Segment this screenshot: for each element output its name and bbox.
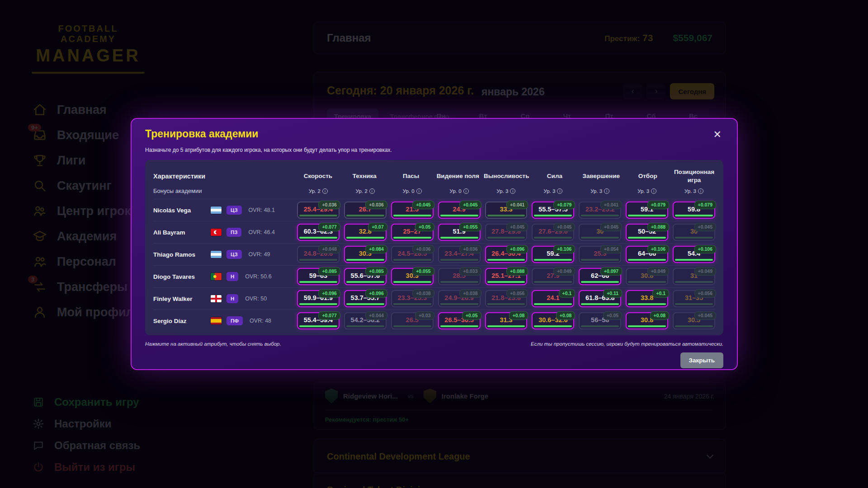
info-icon[interactable]: i [369, 188, 375, 194]
player-ovr: OVR: 50.6 [245, 273, 271, 280]
attribute-cell[interactable]: 30.3+0.055 [391, 268, 434, 285]
info-icon[interactable]: i [604, 188, 609, 194]
attribute-cell[interactable]: 51.9+0.055 [438, 224, 481, 241]
attribute-cell[interactable]: 25.1–27.1+0.088 [485, 268, 528, 285]
attribute-cell[interactable]: 25.3+0.054 [579, 246, 621, 263]
attribute-cell[interactable]: 56–58+0.05 [579, 312, 621, 329]
attribute-cell[interactable]: 55.5–57.5+0.079 [532, 202, 574, 219]
attribute-cell[interactable]: 31–35+0.056 [673, 290, 715, 307]
progress-bar [299, 237, 337, 239]
attribute-cell[interactable]: 33.8+0.1 [626, 290, 668, 307]
attribute-cell[interactable]: 23.4–27.4+0.036 [438, 246, 481, 263]
info-icon[interactable]: i [322, 188, 328, 194]
bonus-badge: +0.096 [318, 289, 340, 298]
attribute-cell[interactable]: 21.8–23.8+0.056 [485, 290, 528, 307]
attribute-cell[interactable]: 27.6–29.6+0.045 [532, 224, 574, 241]
progress-bar [346, 303, 384, 305]
modal-title: Тренировка академии [145, 128, 258, 140]
progress-bar [393, 281, 431, 283]
attribute-cell[interactable]: 24.9–26.9+0.038 [438, 290, 481, 307]
player-info: Nicolás VegaЦЗOVR: 48.1 [153, 206, 292, 215]
info-icon[interactable]: i [463, 188, 469, 194]
attribute-cell[interactable]: 26.5–30.5+0.05 [438, 312, 481, 329]
bonus-badge: +0.036 [412, 245, 434, 253]
progress-bar [440, 259, 478, 261]
progress-bar [628, 303, 666, 305]
progress-bar [675, 215, 713, 216]
bonus-badge: +0.05 [603, 311, 623, 320]
attribute-cell[interactable]: 33.3+0.041 [485, 202, 528, 219]
player-name: Diogo Tavares [153, 273, 206, 280]
attribute-cell[interactable]: 26.5+0.03 [391, 312, 434, 329]
attribute-cell[interactable]: 30.8+0.08 [626, 312, 668, 329]
attribute-cell[interactable]: 62–66+0.097 [579, 268, 621, 285]
attribute-cell[interactable]: 61.8–63.8+0.11 [579, 290, 621, 307]
attribute-cell[interactable]: 25–27+0.05 [391, 224, 434, 241]
info-icon[interactable]: i [698, 188, 703, 194]
attribute-cell[interactable]: 30.5+0.045 [673, 312, 715, 329]
bonus-badge: +0.045 [694, 223, 716, 231]
flag-england-icon [211, 295, 222, 302]
characteristics-label: Характеристики [153, 173, 292, 180]
bonus-badge: +0.045 [553, 223, 575, 231]
bonus-badge: +0.11 [603, 289, 622, 298]
attribute-cell[interactable]: 54.2–56.2+0.044 [344, 312, 387, 329]
attribute-cell[interactable]: 64–66+0.106 [626, 246, 668, 263]
attribute-cell[interactable]: 54.4+0.106 [673, 246, 715, 263]
attribute-cell[interactable]: 50–52+0.088 [626, 224, 668, 241]
bonus-badge: +0.038 [459, 289, 481, 298]
attribute-cell[interactable]: 59.1+0.079 [626, 202, 668, 219]
attribute-cell[interactable]: 59.8+0.079 [673, 202, 715, 219]
attribute-cell[interactable]: 60.3–62.3+0.077 [297, 224, 340, 241]
attribute-cell[interactable]: 24.5–28.5+0.036 [391, 246, 434, 263]
close-button[interactable]: Закрыть [680, 352, 723, 368]
info-icon[interactable]: i [416, 188, 422, 194]
attribute-cell[interactable]: 24.9+0.045 [438, 202, 481, 219]
attribute-cell[interactable]: 30.3+0.084 [344, 246, 387, 263]
bonus-badge: +0.038 [412, 289, 434, 298]
info-icon[interactable]: i [510, 188, 515, 194]
attribute-cell[interactable]: 32.8+0.07 [344, 224, 387, 241]
attribute-cell[interactable]: 24.1+0.1 [532, 290, 574, 307]
progress-bar [299, 215, 337, 216]
level-text: Ур. 3 [637, 188, 649, 194]
info-icon[interactable]: i [651, 188, 656, 194]
attribute-cell[interactable]: 59.9–61.9+0.096 [297, 290, 340, 307]
position-badge: ЦЗ [226, 250, 242, 259]
attribute-cell[interactable]: 31.3+0.08 [485, 312, 528, 329]
column-header: Скорость [297, 172, 339, 180]
attribute-cell[interactable]: 55.4–59.4+0.077 [297, 312, 340, 329]
attribute-cell[interactable]: 26.4–30.4+0.096 [485, 246, 528, 263]
hint-left: Нажмите на активный атрибут, чтобы снять… [145, 341, 281, 347]
close-icon[interactable]: ✕ [712, 128, 723, 141]
attribute-cell[interactable]: 59–63+0.085 [297, 268, 340, 285]
column-header: Завершение [580, 172, 622, 180]
info-icon[interactable]: i [557, 188, 562, 194]
column-header: Отбор [627, 172, 669, 180]
player-ovr: OVR: 49 [249, 251, 270, 258]
attribute-cell[interactable]: 30.8+0.049 [626, 268, 668, 285]
attribute-cell[interactable]: 23.2–25.2+0.041 [579, 202, 621, 219]
attribute-cell[interactable]: 55.6–57.6+0.085 [344, 268, 387, 285]
attribute-cell[interactable]: 30.6–32.6+0.08 [532, 312, 574, 329]
attribute-cell[interactable]: 30+0.045 [579, 224, 621, 241]
attribute-cell[interactable]: 27.9+0.049 [532, 268, 574, 285]
column-header: Выносливость [484, 172, 529, 180]
attribute-cell[interactable]: 27.8–29.8+0.045 [485, 224, 528, 241]
bonus-badge: +0.045 [600, 223, 622, 231]
bonus-badge: +0.1 [559, 289, 576, 298]
attribute-cell[interactable]: 24.8–26.8+0.048 [297, 246, 340, 263]
attribute-cell[interactable]: 28.5+0.033 [438, 268, 481, 285]
player-name: Sergio Díaz [153, 318, 206, 324]
bonus-badge: +0.055 [412, 267, 434, 276]
player-row: Sergio DíazПФOVR: 4855.4–59.4+0.07754.2–… [153, 310, 715, 332]
attribute-cell[interactable]: 59.2+0.106 [532, 246, 574, 263]
attribute-cell[interactable]: 21.5+0.045 [391, 202, 434, 219]
attribute-cell[interactable]: 31+0.049 [673, 268, 715, 285]
attribute-cell[interactable]: 53.7–55.7+0.096 [344, 290, 387, 307]
attribute-cell[interactable]: 26.7+0.036 [344, 202, 387, 219]
progress-bar [675, 259, 713, 261]
attribute-cell[interactable]: 30+0.045 [673, 224, 715, 241]
attribute-cell[interactable]: 25.4–29.4+0.036 [297, 202, 340, 219]
attribute-cell[interactable]: 23.3–25.3+0.038 [391, 290, 434, 307]
